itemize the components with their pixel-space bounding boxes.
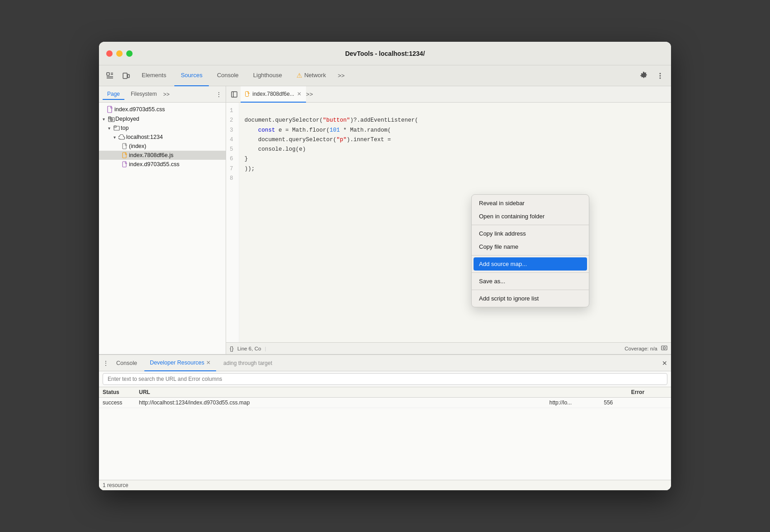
- close-button[interactable]: [106, 50, 113, 57]
- file-icon: [121, 143, 129, 149]
- search-bar: [99, 371, 671, 387]
- context-menu: Reveal in sidebar Open in containing fol…: [471, 194, 589, 307]
- cloud-icon: [118, 134, 126, 140]
- svg-point-19: [663, 347, 666, 349]
- side-loading-text: ading through target: [218, 360, 660, 366]
- left-panel-more-button[interactable]: >>: [163, 91, 169, 98]
- table-row[interactable]: success http://localhost:1234/index.d970…: [99, 398, 671, 408]
- top-folder-icon: [113, 125, 121, 131]
- tree-label: (index): [129, 143, 222, 149]
- ctx-reveal-sidebar[interactable]: Reveal in sidebar: [472, 197, 589, 210]
- col-url: URL: [139, 389, 549, 395]
- editor-area: index.7808df6e... ✕ >> 12345678 document…: [226, 86, 671, 354]
- ctx-save-as[interactable]: Save as...: [472, 275, 589, 288]
- col-error: Error: [631, 389, 667, 395]
- coverage-status: Coverage: n/a: [625, 346, 657, 351]
- col-url2: [549, 389, 604, 395]
- col-num: [604, 389, 631, 395]
- content-area: Page Filesystem >> ⋮ index.d9703d55.css: [99, 86, 671, 490]
- code-content[interactable]: document.querySelector("button")?.addEve…: [239, 103, 671, 342]
- file-tree: index.d9703d55.css ▾ Deployed ▾: [99, 103, 226, 354]
- maximize-button[interactable]: [126, 50, 133, 57]
- tab-lighthouse[interactable]: Lighthouse: [247, 65, 289, 86]
- ctx-add-ignore-list[interactable]: Add script to ignore list: [472, 292, 589, 305]
- tree-label: Deployed: [115, 116, 222, 122]
- screenshot-button[interactable]: [661, 345, 667, 352]
- left-panel-tabs: Page Filesystem >> ⋮: [99, 86, 226, 103]
- svg-rect-14: [123, 162, 126, 167]
- editor-tab-more-button[interactable]: >>: [306, 91, 313, 98]
- left-panel-menu-button[interactable]: ⋮: [216, 91, 222, 98]
- window-controls: [106, 50, 133, 57]
- svg-rect-0: [107, 73, 109, 75]
- table-header: Status URL Error: [99, 387, 671, 398]
- file-tab-label: index.7808df6e...: [252, 91, 294, 97]
- tab-page[interactable]: Page: [103, 89, 124, 100]
- tab-filesystem[interactable]: Filesystem: [126, 89, 161, 100]
- more-tabs-button[interactable]: >>: [334, 65, 348, 86]
- settings-icon-button[interactable]: [637, 69, 651, 83]
- tab-dev-resources[interactable]: Developer Resources ✕: [144, 355, 216, 371]
- tree-item-js-selected[interactable]: index.7808df6e.js: [99, 151, 226, 160]
- tab-console[interactable]: Console: [211, 65, 245, 86]
- tree-label: index.d9703d55.css: [129, 161, 222, 167]
- status-bar: {} Line 6, Co | Coverage: n/a: [226, 342, 671, 354]
- search-input[interactable]: [103, 373, 667, 385]
- svg-rect-13: [123, 153, 126, 158]
- close-bottom-panel-button[interactable]: ✕: [662, 360, 667, 367]
- format-icon[interactable]: {}: [230, 345, 234, 352]
- row-url2: http://lo...: [549, 399, 604, 406]
- tree-label: index.7808df6e.js: [129, 152, 222, 158]
- tree-item-index[interactable]: (index): [99, 142, 226, 151]
- css-file-icon: [106, 106, 114, 113]
- tab-network[interactable]: ⚠ Network: [290, 65, 332, 86]
- device-toolbar-icon-button[interactable]: [119, 69, 133, 83]
- tree-label: top: [121, 125, 222, 131]
- tab-sources[interactable]: Sources: [174, 65, 209, 86]
- svg-point-5: [660, 77, 661, 79]
- col-status: Status: [103, 389, 139, 395]
- deployed-folder-icon: [107, 116, 115, 122]
- minimize-button[interactable]: [116, 50, 123, 57]
- table-footer: 1 resource: [99, 480, 671, 490]
- close-dev-resources-tab[interactable]: ✕: [206, 360, 211, 366]
- tree-item-deployed[interactable]: ▾ Deployed: [99, 114, 226, 123]
- bottom-tabs-bar: ⋮ Console Developer Resources ✕ ading th…: [99, 355, 671, 371]
- ctx-copy-link[interactable]: Copy link address: [472, 227, 589, 240]
- svg-rect-15: [232, 92, 237, 97]
- tree-label: index.d9703d55.css: [114, 106, 222, 113]
- tree-item-localhost[interactable]: ▾ localhost:1234: [99, 133, 226, 142]
- js-file-icon: [121, 152, 129, 158]
- titlebar: DevTools - localhost:1234/: [99, 42, 671, 65]
- ctx-add-source-map[interactable]: Add source map...: [474, 257, 587, 271]
- ctx-sep-1: [472, 225, 589, 225]
- editor-file-tab[interactable]: index.7808df6e... ✕: [241, 86, 306, 103]
- tree-label: localhost:1234: [126, 134, 222, 140]
- main-tabs-bar: Elements Sources Console Lighthouse ⚠ Ne…: [99, 65, 671, 86]
- close-tab-button[interactable]: ✕: [297, 91, 301, 97]
- warning-icon: ⚠: [296, 72, 302, 79]
- main-area: Page Filesystem >> ⋮ index.d9703d55.css: [99, 86, 671, 354]
- row-status: success: [103, 399, 139, 406]
- ctx-sep-4: [472, 290, 589, 290]
- tree-item-css-bottom[interactable]: index.d9703d55.css: [99, 160, 226, 169]
- empty-space: [99, 408, 671, 480]
- tab-elements[interactable]: Elements: [135, 65, 173, 86]
- css-file-icon2: [121, 161, 129, 167]
- bottom-panel-menu-button[interactable]: ⋮: [103, 360, 109, 367]
- inspect-icon-button[interactable]: [103, 69, 117, 83]
- tree-item-css-top[interactable]: index.d9703d55.css: [99, 104, 226, 114]
- bottom-panel: ⋮ Console Developer Resources ✕ ading th…: [99, 354, 671, 490]
- row-num: 556: [604, 399, 631, 406]
- tab-console-bottom[interactable]: Console: [111, 355, 143, 371]
- svg-rect-2: [128, 74, 129, 78]
- toggle-sidebar-button[interactable]: [228, 88, 241, 101]
- ctx-open-folder[interactable]: Open in containing folder: [472, 210, 589, 223]
- ctx-copy-filename[interactable]: Copy file name: [472, 240, 589, 253]
- window-title: DevTools - localhost:1234/: [345, 50, 425, 57]
- more-options-button[interactable]: [653, 69, 667, 83]
- svg-rect-12: [123, 143, 126, 149]
- status-position: Line 6, Co: [237, 346, 261, 351]
- tree-item-top[interactable]: ▾ top: [99, 123, 226, 133]
- svg-rect-6: [108, 106, 112, 113]
